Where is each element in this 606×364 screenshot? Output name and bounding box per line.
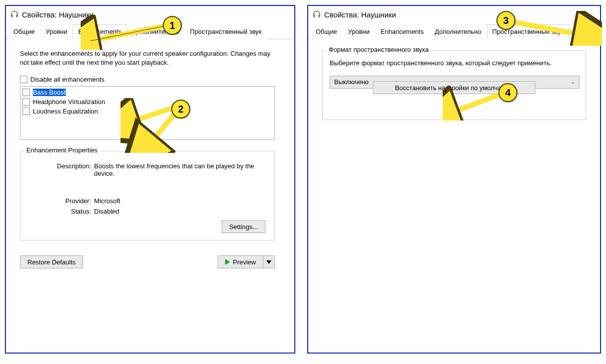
checkbox-icon[interactable]	[22, 108, 30, 115]
list-item-headphone-virtualization[interactable]: Headphone Virtualization	[21, 97, 273, 107]
chevron-down-icon	[266, 260, 271, 264]
checkbox-icon[interactable]	[22, 98, 30, 106]
checkbox-icon[interactable]	[22, 89, 30, 96]
tab-spatial[interactable]: Пространственный звук	[487, 24, 570, 39]
status-label: Status:	[27, 208, 94, 215]
tab-enhancements[interactable]: Enhancements	[375, 24, 429, 39]
instructions-text: Select the enhancements to apply for you…	[20, 49, 279, 67]
window-title: Свойства: Наушники	[324, 10, 396, 19]
headphones-icon	[10, 10, 19, 19]
spatial-description: Выберите формат пространственного звука,…	[330, 59, 569, 68]
enhancements-list[interactable]: Bass Boost Headphone Virtualization Loud…	[20, 86, 275, 140]
play-icon	[225, 259, 230, 265]
preview-label: Preview	[233, 258, 256, 266]
tab-levels[interactable]: Уровни	[343, 24, 375, 39]
preview-button[interactable]: Preview	[218, 255, 263, 268]
disable-all-label: Disable all enhancements	[30, 76, 105, 83]
tab-levels[interactable]: Уровни	[40, 24, 73, 39]
window-title: Свойства: Наушники	[22, 10, 94, 19]
provider-label: Provider:	[27, 197, 94, 205]
group-legend: Enhancement Properties	[24, 146, 100, 154]
preview-button-group: Preview	[218, 255, 275, 268]
status-value: Disabled	[94, 208, 267, 215]
titlebar: Свойства: Наушники	[6, 6, 294, 24]
list-item-loudness-equalization[interactable]: Loudness Equalization	[21, 107, 273, 116]
tab-content: Select the enhancements to apply for you…	[6, 39, 294, 278]
tab-enhancements[interactable]: Enhancements	[73, 24, 127, 39]
group-legend: Формат пространственного звука	[327, 46, 431, 53]
headphones-icon	[312, 10, 321, 19]
checkbox-icon[interactable]	[20, 76, 27, 83]
sound-properties-left: 1 2 Свойства: Наушники Общие Уровни Enha…	[5, 5, 295, 354]
tab-advanced[interactable]: Дополнительно	[429, 24, 487, 39]
list-item-label: Headphone Virtualization	[33, 98, 105, 106]
description-label: Description:	[27, 162, 94, 177]
enhancement-properties-group: Enhancement Properties Description: Boos…	[20, 151, 275, 241]
restore-defaults-button[interactable]: Восстановить настройки по умолчанию	[373, 81, 535, 94]
list-item-label: Bass Boost	[33, 89, 66, 96]
provider-value: Microsoft	[94, 197, 267, 205]
tab-general[interactable]: Общие	[8, 24, 40, 39]
tab-bar: Общие Уровни Enhancements Дополнительно …	[308, 24, 600, 39]
settings-button[interactable]: Settings...	[222, 220, 265, 233]
tab-bar: Общие Уровни Enhancements Дополнительно …	[6, 24, 294, 39]
titlebar: Свойства: Наушники	[308, 6, 600, 24]
list-item-label: Loudness Equalization	[33, 108, 98, 115]
tab-content: Формат пространственного звука Выберите …	[308, 39, 600, 130]
tab-general[interactable]: Общие	[310, 24, 343, 39]
restore-defaults-button[interactable]: Restore Defaults	[20, 255, 83, 268]
disable-all-row[interactable]: Disable all enhancements	[20, 76, 280, 83]
list-item-bass-boost[interactable]: Bass Boost	[21, 88, 273, 97]
sound-properties-right: 3 4 Свойства: Наушники Общие Уровни Enha…	[307, 5, 601, 354]
preview-dropdown-button[interactable]	[263, 255, 275, 268]
description-value: Boosts the lowest frequencies that can b…	[94, 162, 267, 177]
tab-advanced[interactable]: Дополнительно	[127, 24, 185, 39]
tab-spatial[interactable]: Пространственный звук	[185, 24, 267, 39]
